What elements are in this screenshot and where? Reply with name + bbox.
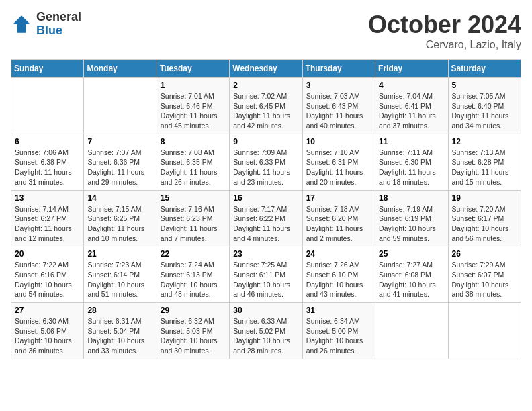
day-number: 8 — [161, 137, 226, 146]
calendar-cell — [84, 78, 157, 134]
day-info: Sunrise: 7:19 AM Sunset: 6:19 PM Dayligh… — [379, 204, 444, 244]
column-header-friday: Friday — [375, 60, 448, 78]
day-number: 10 — [306, 137, 371, 146]
week-row-1: 1Sunrise: 7:01 AM Sunset: 6:46 PM Daylig… — [11, 78, 521, 134]
day-number: 7 — [87, 137, 152, 146]
calendar-cell — [375, 303, 448, 359]
day-number: 29 — [161, 306, 226, 315]
calendar-cell: 25Sunrise: 7:27 AM Sunset: 6:08 PM Dayli… — [375, 246, 448, 303]
calendar-cell: 28Sunrise: 6:31 AM Sunset: 5:04 PM Dayli… — [84, 303, 157, 359]
calendar-cell: 20Sunrise: 7:22 AM Sunset: 6:16 PM Dayli… — [11, 246, 84, 303]
day-info: Sunrise: 6:32 AM Sunset: 5:03 PM Dayligh… — [161, 316, 226, 356]
column-header-tuesday: Tuesday — [157, 60, 229, 78]
day-number: 6 — [15, 137, 80, 146]
calendar-cell: 5Sunrise: 7:05 AM Sunset: 6:40 PM Daylig… — [448, 78, 521, 134]
day-info: Sunrise: 7:11 AM Sunset: 6:30 PM Dayligh… — [379, 148, 444, 187]
day-number: 3 — [306, 81, 371, 90]
title-block: October 2024 Cervaro, Lazio, Italy — [368, 11, 521, 51]
calendar-cell: 9Sunrise: 7:09 AM Sunset: 6:33 PM Daylig… — [230, 134, 302, 190]
day-info: Sunrise: 7:27 AM Sunset: 6:08 PM Dayligh… — [379, 260, 444, 300]
day-number: 5 — [452, 81, 517, 90]
day-number: 31 — [306, 306, 371, 315]
column-header-wednesday: Wednesday — [230, 60, 302, 78]
calendar-cell: 29Sunrise: 6:32 AM Sunset: 5:03 PM Dayli… — [157, 303, 229, 359]
calendar-cell: 11Sunrise: 7:11 AM Sunset: 6:30 PM Dayli… — [375, 134, 448, 190]
calendar-cell — [11, 78, 84, 134]
day-number: 19 — [452, 193, 517, 203]
week-row-4: 20Sunrise: 7:22 AM Sunset: 6:16 PM Dayli… — [11, 246, 521, 303]
calendar-cell: 30Sunrise: 6:33 AM Sunset: 5:02 PM Dayli… — [230, 303, 302, 359]
calendar-cell: 10Sunrise: 7:10 AM Sunset: 6:31 PM Dayli… — [302, 134, 375, 190]
calendar-cell: 13Sunrise: 7:14 AM Sunset: 6:27 PM Dayli… — [11, 190, 84, 246]
day-info: Sunrise: 7:07 AM Sunset: 6:36 PM Dayligh… — [87, 148, 152, 187]
calendar-cell: 12Sunrise: 7:13 AM Sunset: 6:28 PM Dayli… — [448, 134, 521, 190]
day-info: Sunrise: 7:20 AM Sunset: 6:17 PM Dayligh… — [452, 204, 517, 244]
calendar-cell: 23Sunrise: 7:25 AM Sunset: 6:11 PM Dayli… — [230, 246, 302, 303]
day-number: 30 — [233, 306, 298, 315]
day-info: Sunrise: 7:17 AM Sunset: 6:22 PM Dayligh… — [233, 204, 298, 244]
calendar-cell: 22Sunrise: 7:24 AM Sunset: 6:13 PM Dayli… — [157, 246, 229, 303]
day-number: 11 — [379, 137, 444, 146]
day-info: Sunrise: 7:25 AM Sunset: 6:11 PM Dayligh… — [233, 260, 298, 300]
calendar-cell: 21Sunrise: 7:23 AM Sunset: 6:14 PM Dayli… — [84, 246, 157, 303]
day-number: 15 — [161, 193, 226, 203]
day-info: Sunrise: 7:03 AM Sunset: 6:43 PM Dayligh… — [306, 91, 371, 131]
day-number: 26 — [452, 249, 517, 259]
day-number: 23 — [233, 249, 298, 259]
day-info: Sunrise: 7:10 AM Sunset: 6:31 PM Dayligh… — [306, 148, 371, 187]
day-number: 14 — [87, 193, 152, 203]
day-info: Sunrise: 6:33 AM Sunset: 5:02 PM Dayligh… — [233, 316, 298, 356]
day-info: Sunrise: 7:04 AM Sunset: 6:41 PM Dayligh… — [379, 91, 444, 131]
day-info: Sunrise: 6:34 AM Sunset: 5:00 PM Dayligh… — [306, 316, 371, 356]
day-number: 21 — [87, 249, 152, 259]
calendar-cell: 7Sunrise: 7:07 AM Sunset: 6:36 PM Daylig… — [84, 134, 157, 190]
day-info: Sunrise: 7:16 AM Sunset: 6:23 PM Dayligh… — [161, 204, 226, 244]
day-number: 22 — [161, 249, 226, 259]
calendar-cell: 26Sunrise: 7:29 AM Sunset: 6:07 PM Dayli… — [448, 246, 521, 303]
day-info: Sunrise: 7:01 AM Sunset: 6:46 PM Dayligh… — [161, 91, 226, 131]
calendar-cell: 19Sunrise: 7:20 AM Sunset: 6:17 PM Dayli… — [448, 190, 521, 246]
day-number: 18 — [379, 193, 444, 203]
day-number: 28 — [87, 306, 152, 315]
calendar-cell: 3Sunrise: 7:03 AM Sunset: 6:43 PM Daylig… — [302, 78, 375, 134]
day-info: Sunrise: 7:08 AM Sunset: 6:35 PM Dayligh… — [161, 148, 226, 187]
calendar-cell: 8Sunrise: 7:08 AM Sunset: 6:35 PM Daylig… — [157, 134, 229, 190]
week-row-5: 27Sunrise: 6:30 AM Sunset: 5:06 PM Dayli… — [11, 303, 521, 359]
day-number: 27 — [15, 306, 80, 315]
calendar-cell: 27Sunrise: 6:30 AM Sunset: 5:06 PM Dayli… — [11, 303, 84, 359]
day-info: Sunrise: 7:05 AM Sunset: 6:40 PM Dayligh… — [452, 91, 517, 131]
calendar-cell: 16Sunrise: 7:17 AM Sunset: 6:22 PM Dayli… — [230, 190, 302, 246]
day-info: Sunrise: 7:06 AM Sunset: 6:38 PM Dayligh… — [15, 148, 80, 187]
day-info: Sunrise: 7:13 AM Sunset: 6:28 PM Dayligh… — [452, 148, 517, 187]
day-number: 4 — [379, 81, 444, 90]
day-info: Sunrise: 6:30 AM Sunset: 5:06 PM Dayligh… — [15, 316, 80, 356]
day-number: 12 — [452, 137, 517, 146]
column-header-thursday: Thursday — [302, 60, 375, 78]
week-row-3: 13Sunrise: 7:14 AM Sunset: 6:27 PM Dayli… — [11, 190, 521, 246]
day-info: Sunrise: 7:15 AM Sunset: 6:25 PM Dayligh… — [87, 204, 152, 244]
month-title: October 2024 — [368, 11, 521, 39]
day-number: 9 — [233, 137, 298, 146]
day-number: 17 — [306, 193, 371, 203]
calendar-cell — [448, 303, 521, 359]
day-info: Sunrise: 7:18 AM Sunset: 6:20 PM Dayligh… — [306, 204, 371, 244]
svg-marker-0 — [13, 15, 30, 33]
day-number: 2 — [233, 81, 298, 90]
calendar-cell: 24Sunrise: 7:26 AM Sunset: 6:10 PM Dayli… — [302, 246, 375, 303]
day-number: 24 — [306, 249, 371, 259]
day-info: Sunrise: 7:14 AM Sunset: 6:27 PM Dayligh… — [15, 204, 80, 244]
header-row: SundayMondayTuesdayWednesdayThursdayFrid… — [11, 60, 521, 78]
calendar-table: SundayMondayTuesdayWednesdayThursdayFrid… — [11, 59, 521, 359]
day-number: 16 — [233, 193, 298, 203]
day-info: Sunrise: 7:22 AM Sunset: 6:16 PM Dayligh… — [15, 260, 80, 300]
calendar-cell: 6Sunrise: 7:06 AM Sunset: 6:38 PM Daylig… — [11, 134, 84, 190]
calendar-cell: 4Sunrise: 7:04 AM Sunset: 6:41 PM Daylig… — [375, 78, 448, 134]
day-number: 20 — [15, 249, 80, 259]
logo-text: General Blue — [36, 11, 81, 38]
calendar-cell: 2Sunrise: 7:02 AM Sunset: 6:45 PM Daylig… — [230, 78, 302, 134]
day-info: Sunrise: 7:29 AM Sunset: 6:07 PM Dayligh… — [452, 260, 517, 300]
column-header-monday: Monday — [84, 60, 157, 78]
calendar-cell: 15Sunrise: 7:16 AM Sunset: 6:23 PM Dayli… — [157, 190, 229, 246]
calendar-cell: 17Sunrise: 7:18 AM Sunset: 6:20 PM Dayli… — [302, 190, 375, 246]
day-number: 13 — [15, 193, 80, 203]
